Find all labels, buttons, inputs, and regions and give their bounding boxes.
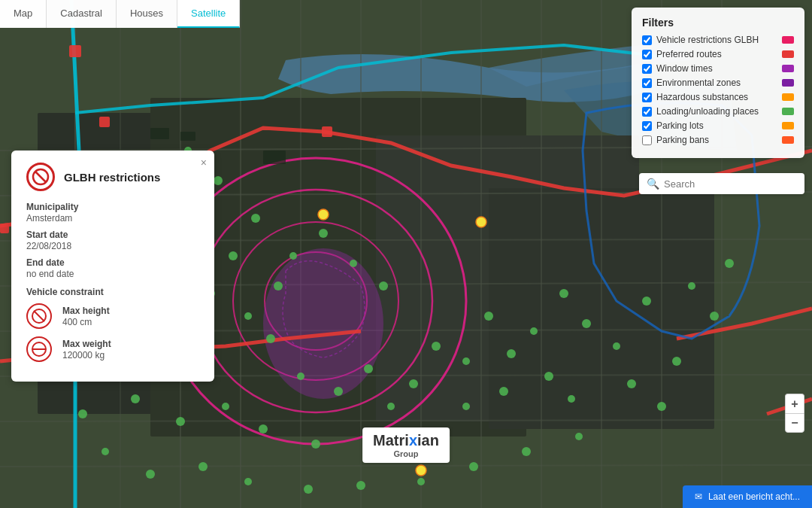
svg-point-67 [311, 440, 320, 449]
svg-point-91 [469, 462, 478, 471]
constraint-text-1: Max weight120000 kg [62, 339, 111, 360]
municipality-label: Municipality [26, 202, 199, 212]
svg-point-55 [379, 281, 388, 291]
svg-point-29 [263, 248, 383, 399]
filter-item-loading-unloading: Loading/unloading places [642, 106, 794, 117]
svg-rect-98 [99, 117, 110, 127]
svg-point-36 [244, 312, 252, 320]
svg-rect-105 [263, 151, 286, 164]
info-panel: × GLBH restrictions Municipality Amsterd… [11, 151, 214, 382]
constraint-row-0: Max height400 cm [26, 303, 199, 329]
panel-title-row: GLBH restrictions [26, 163, 199, 191]
svg-point-39 [297, 373, 304, 380]
svg-point-84 [102, 448, 109, 455]
filter-item-vehicle-restrictions: Vehicle restrictions GLBH [642, 35, 794, 45]
constraint-icon-1 [26, 336, 52, 362]
logo-text: Matrixian [373, 432, 439, 449]
svg-point-45 [462, 357, 470, 365]
matrixian-logo: Matrixian Group [362, 427, 450, 463]
svg-rect-104 [180, 132, 195, 141]
filter-item-parking-lots: Parking lots [642, 120, 794, 131]
svg-point-27 [233, 222, 398, 380]
constraint-value-1: 120000 kg [62, 350, 111, 360]
filter-item-window-times: Window times [642, 63, 794, 74]
svg-rect-4 [489, 188, 714, 429]
svg-point-40 [334, 387, 343, 396]
tab-map[interactable]: Map [0, 0, 47, 28]
svg-rect-97 [69, 45, 81, 57]
svg-line-108 [35, 172, 46, 182]
filters-title: Filters [642, 17, 794, 29]
filter-label-parking-lots: Parking lots [656, 120, 704, 131]
svg-point-88 [304, 485, 313, 494]
constraint-icon-0 [26, 303, 52, 329]
svg-point-80 [725, 259, 734, 268]
filter-color-parking-lots [782, 122, 794, 129]
filter-checkbox-hazardous-substances[interactable] [642, 93, 652, 102]
constraint-value-0: 400 cm [62, 317, 110, 327]
constraint-text-0: Max height400 cm [62, 306, 110, 327]
svg-point-75 [568, 395, 575, 403]
svg-point-54 [350, 260, 357, 267]
filter-checkbox-vehicle-restrictions[interactable] [642, 35, 652, 45]
svg-point-42 [387, 403, 395, 410]
filter-checkbox-loading-unloading[interactable] [642, 107, 652, 117]
svg-point-48 [530, 327, 538, 335]
filter-checkbox-parking-lots[interactable] [642, 121, 652, 131]
svg-point-52 [642, 297, 651, 306]
svg-point-38 [266, 334, 275, 343]
svg-point-41 [364, 364, 373, 373]
svg-line-11 [0, 420, 812, 421]
filter-label-preferred-routes: Preferred routes [656, 49, 722, 59]
tab-houses[interactable]: Houses [117, 0, 177, 28]
filter-checkbox-window-times[interactable] [642, 64, 652, 74]
svg-point-79 [710, 312, 719, 321]
vehicle-constraint-label: Vehicle constraint [26, 287, 199, 297]
tab-satellite[interactable]: Satellite [177, 0, 240, 28]
svg-point-87 [244, 478, 252, 485]
svg-point-70 [176, 417, 185, 426]
zoom-in-button[interactable]: + [785, 394, 804, 413]
svg-point-71 [131, 394, 140, 403]
svg-point-95 [476, 217, 486, 227]
filter-label-environmental-zones: Environmental zones [656, 78, 741, 88]
filter-checkbox-environmental-zones[interactable] [642, 78, 652, 88]
filter-color-window-times [782, 65, 794, 72]
svg-point-96 [416, 465, 426, 476]
end-date-value: no end date [26, 269, 199, 279]
svg-point-57 [289, 252, 297, 260]
filter-label-parking-bans: Parking bans [656, 135, 709, 145]
filter-checkbox-preferred-routes[interactable] [642, 50, 652, 59]
search-input[interactable] [664, 178, 797, 190]
svg-point-69 [222, 403, 229, 410]
svg-rect-99 [322, 126, 332, 137]
constraints-list: Max height400 cmMax weight120000 kg [26, 303, 199, 362]
notification-bar[interactable]: ✉ Laat een bericht acht... [683, 485, 812, 508]
filter-color-vehicle-restrictions [782, 36, 794, 44]
svg-line-110 [34, 311, 44, 321]
svg-point-73 [499, 387, 508, 396]
tab-cadastral[interactable]: Cadastral [47, 0, 117, 28]
start-date-value: 22/08/2018 [26, 241, 199, 251]
svg-point-50 [582, 319, 591, 328]
filter-checkbox-parking-bans[interactable] [642, 135, 652, 145]
municipality-row: Municipality Amsterdam [26, 202, 199, 224]
svg-point-34 [229, 251, 238, 260]
zoom-controls: + − [785, 394, 804, 433]
filters-panel: Filters Vehicle restrictions GLBHPreferr… [632, 8, 804, 158]
svg-rect-102 [0, 224, 9, 233]
svg-point-85 [146, 470, 155, 479]
svg-rect-3 [376, 135, 639, 421]
filters-list: Vehicle restrictions GLBHPreferred route… [642, 35, 794, 145]
svg-point-83 [78, 409, 87, 418]
filter-item-parking-bans: Parking bans [642, 135, 794, 145]
svg-point-51 [613, 342, 620, 350]
constraint-name-1: Max weight [62, 339, 111, 349]
municipality-value: Amsterdam [26, 213, 199, 224]
svg-point-28 [265, 252, 367, 350]
svg-point-92 [522, 447, 531, 456]
zoom-out-button[interactable]: − [785, 413, 804, 433]
close-button[interactable]: × [201, 157, 207, 169]
start-date-row: Start date 22/08/2018 [26, 230, 199, 251]
panel-main-title: GLBH restrictions [64, 171, 160, 184]
